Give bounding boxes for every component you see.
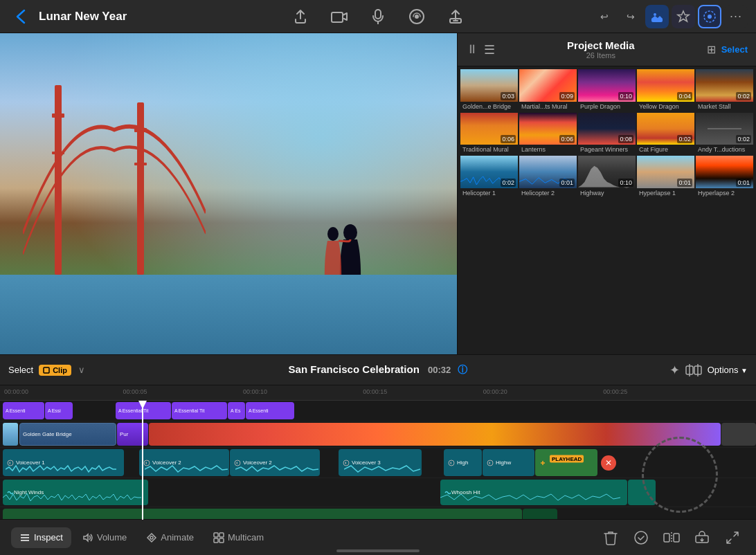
title-clips: A Essenti A Essi A Essential Tit A Essen… <box>0 402 756 419</box>
music-clip-main[interactable]: Yin and Yang <box>3 509 522 520</box>
media-title: Project Media <box>501 39 701 51</box>
media-item-hyperlapse1[interactable]: 0:01 Hyperlapse 1 <box>637 156 694 198</box>
clip-tools-button[interactable] <box>685 363 702 377</box>
clip-chevron[interactable]: ∨ <box>78 365 85 375</box>
thumbnail-clip-start <box>3 423 18 446</box>
app-title: Lunar New Year <box>39 10 127 24</box>
title-clip-1[interactable]: A Essenti <box>3 402 44 419</box>
title-clip-5[interactable]: A Es <box>228 402 245 419</box>
playhead-clip[interactable]: PLAYHEAD <box>535 449 597 476</box>
voiceover-clip-3[interactable]: Voiceover 3 <box>339 449 422 476</box>
title-clip-6[interactable]: A Essenti <box>246 402 294 419</box>
share-button[interactable] <box>288 4 313 29</box>
title-gap-1 <box>73 402 115 419</box>
media-item-hyperlapse2[interactable]: 0:01 Hyperlapse 2 <box>696 156 753 198</box>
check-button[interactable] <box>629 525 654 550</box>
split-button[interactable] <box>659 525 684 550</box>
video-clips: Golden Gate Bridge Pur <box>0 423 756 446</box>
media-item-pageant[interactable]: 0:08 Pageant Winners <box>578 113 636 155</box>
redo-button[interactable]: ↪ <box>619 5 642 28</box>
toolbar-right <box>598 525 745 550</box>
magic-button[interactable] <box>698 5 721 28</box>
media-item-purple-dragon[interactable]: 0:10 Purple Dragon <box>578 69 636 111</box>
export-button[interactable] <box>443 4 468 29</box>
ruler-mark-5: 00:00:05 <box>123 388 147 395</box>
timeline-info-icon[interactable]: ⓘ <box>458 364 467 375</box>
multicam-label: Multicam <box>228 532 264 543</box>
svg-point-8 <box>654 13 656 16</box>
detach-button[interactable] <box>690 525 714 550</box>
video-clip-end[interactable] <box>721 423 756 446</box>
voiceover-clip-2b[interactable]: Voiceover 2 <box>230 449 320 476</box>
expand-button[interactable] <box>720 525 745 550</box>
multicam-button[interactable]: Multicam <box>205 527 272 548</box>
video-clip-ggb[interactable]: Golden Gate Bridge <box>19 423 116 446</box>
photos-button[interactable] <box>645 5 669 28</box>
more-button[interactable]: ··· <box>724 5 748 28</box>
svg-rect-6 <box>453 20 458 21</box>
magic-wand-button[interactable]: ✦ <box>669 363 680 378</box>
svg-point-27 <box>150 536 153 539</box>
high-clip-2[interactable]: Highw <box>483 449 534 476</box>
volume-label: Volume <box>97 532 127 543</box>
video-canvas <box>0 33 457 378</box>
animate-button[interactable]: Animate <box>138 527 202 548</box>
sfx-end[interactable] <box>628 480 656 505</box>
close-circle-btn[interactable]: ✕ <box>601 455 616 471</box>
favorites-button[interactable] <box>672 5 695 28</box>
video-clip-3[interactable] <box>149 423 721 446</box>
media-item-heli2[interactable]: 0:01 Helicopter 2 <box>519 156 577 198</box>
voice-button[interactable] <box>404 4 429 29</box>
gap2 <box>321 449 338 476</box>
video-clip-2[interactable]: Pur <box>117 423 148 446</box>
grid-view-button[interactable]: ⊞ <box>707 43 716 56</box>
media-item-golden-gate[interactable]: 0:03 Golden...e Bridge <box>460 69 518 111</box>
filter-icon[interactable]: ☰ <box>484 42 495 57</box>
media-item-market-stall[interactable]: 0:02 Market Stall <box>696 69 753 111</box>
media-item-highway[interactable]: 0:10 Highway <box>578 156 636 198</box>
title-clip-3[interactable]: A Essential Tit <box>116 402 171 419</box>
voiceover-clips-1: Voiceover 1 Voiceover 2 Voiceover 2 <box>0 449 756 476</box>
timeline-area: Select Clip ∨ San Francisco Celebration … <box>0 354 756 555</box>
ruler-mark-0: 00:00:00 <box>4 388 28 395</box>
media-item-heli1[interactable]: 0:02 Helicopter 1 <box>460 156 518 198</box>
media-item-lanterns[interactable]: 0:06 Lanterns <box>519 113 577 155</box>
media-item-cat[interactable]: 0:02 Cat Figure <box>637 113 694 155</box>
svg-rect-33 <box>664 534 669 542</box>
title-clip-4[interactable]: A Essential Tit <box>172 402 227 419</box>
svg-point-4 <box>415 15 419 19</box>
undo-button[interactable]: ↩ <box>593 5 616 28</box>
media-title-group: Project Media 26 Items <box>501 39 701 60</box>
camera-button[interactable] <box>327 4 352 29</box>
inspect-button[interactable]: Inspect <box>11 527 71 548</box>
media-item-traditional[interactable]: 0:06 Traditional Mural <box>460 113 518 155</box>
svg-rect-28 <box>214 533 218 537</box>
voiceover-clip-2a[interactable]: Voiceover 2 <box>139 449 229 476</box>
sfx-clips: Night Winds Whoosh Hit <box>0 480 756 505</box>
media-item-yellow-dragon[interactable]: 0:04 Yellow Dragon <box>637 69 694 111</box>
media-item-martial[interactable]: 0:09 Martial...ts Mural <box>519 69 577 111</box>
options-button[interactable]: Options ▼ <box>708 365 748 375</box>
voiceover-track-1: Voiceover 1 Voiceover 2 Voiceover 2 <box>0 448 756 478</box>
top-bar-right: ↩ ↪ ··· <box>593 5 748 28</box>
svg-rect-29 <box>219 533 224 537</box>
top-bar: Lunar New Year <box>0 0 756 33</box>
clip-label: Clip <box>53 366 67 374</box>
ruler-mark-25: 00:00:25 <box>603 388 627 395</box>
select-button[interactable]: Select <box>721 44 748 55</box>
media-item-andy[interactable]: 0:02 Andy T...ductions <box>696 113 753 155</box>
music-end[interactable] <box>523 509 557 520</box>
volume-button[interactable]: Volume <box>74 527 135 548</box>
mic-button[interactable] <box>366 4 390 29</box>
high-clip-1[interactable]: High <box>444 449 482 476</box>
inspect-label: Inspect <box>34 532 63 543</box>
night-winds-clip[interactable]: Night Winds <box>3 480 148 505</box>
svg-rect-34 <box>674 534 679 542</box>
delete-button[interactable] <box>598 525 623 550</box>
title-clip-2[interactable]: A Essi <box>45 402 73 419</box>
whoosh-clip[interactable]: Whoosh Hit <box>440 480 627 505</box>
back-button[interactable] <box>8 4 33 29</box>
playhead-label: PLAYHEAD <box>550 455 584 463</box>
voiceover-clip-1[interactable]: Voiceover 1 <box>3 449 124 476</box>
media-subtitle: 26 Items <box>501 51 701 60</box>
